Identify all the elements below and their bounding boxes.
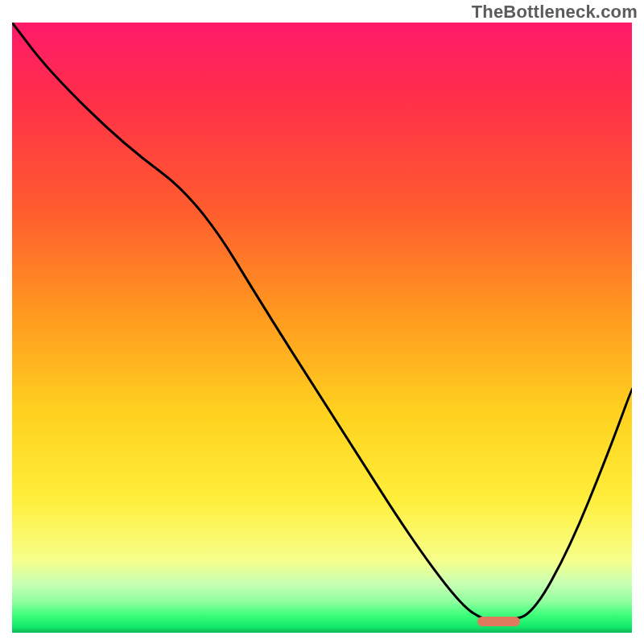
minimum-marker: [477, 617, 521, 626]
chart-canvas: TheBottleneck.com: [0, 0, 644, 644]
curve-path: [12, 23, 632, 621]
watermark-text: TheBottleneck.com: [472, 2, 638, 23]
curve-svg: [12, 23, 632, 633]
plot-area: [12, 23, 632, 633]
